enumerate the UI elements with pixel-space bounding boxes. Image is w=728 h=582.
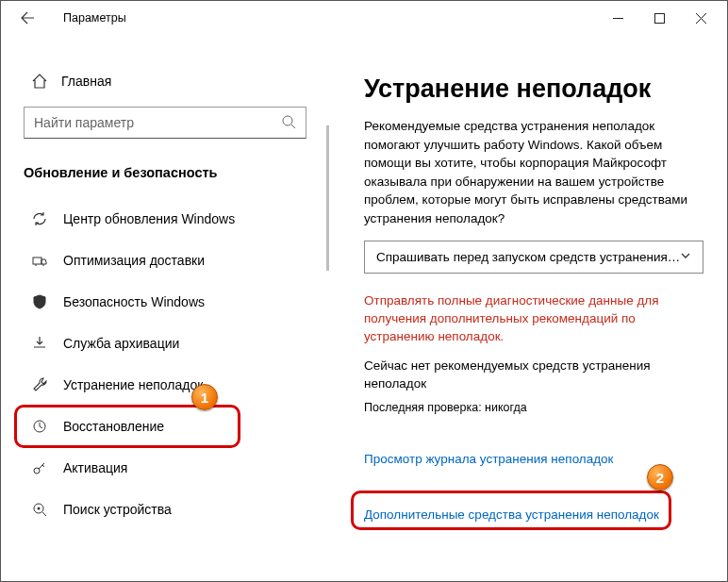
maximize-button[interactable]: [638, 3, 680, 33]
back-button[interactable]: [12, 3, 42, 33]
delivery-icon: [31, 252, 48, 269]
svg-point-6: [38, 507, 41, 510]
maximize-icon: [654, 13, 665, 24]
sync-icon: [31, 210, 48, 227]
sidebar-item-label: Восстановление: [63, 419, 164, 434]
backup-icon: [31, 335, 48, 352]
sidebar-item-label: Поиск устройства: [63, 502, 172, 517]
sidebar-home[interactable]: Главная: [1, 67, 329, 107]
sidebar-item-activation[interactable]: Активация: [1, 448, 329, 488]
sidebar-item-label: Служба архивации: [63, 336, 179, 351]
sidebar-home-label: Главная: [61, 74, 111, 89]
sidebar-item-label: Активация: [63, 460, 127, 475]
search-icon: [281, 114, 296, 132]
history-link[interactable]: Просмотр журнала устранения неполадок: [364, 452, 703, 466]
dropdown-value: Спрашивать перед запуском средств устран…: [376, 250, 680, 264]
additional-troubleshooters-link[interactable]: Дополнительные средства устранения непол…: [364, 507, 703, 522]
last-check-text: Последняя проверка: никогда: [364, 401, 703, 414]
close-button[interactable]: [680, 3, 721, 33]
svg-point-1: [283, 116, 292, 125]
page-description: Рекомендуемые средства устранения непола…: [364, 117, 703, 227]
svg-rect-2: [33, 258, 41, 264]
sidebar-item-windows-security[interactable]: Безопасность Windows: [1, 282, 329, 322]
sidebar-item-backup[interactable]: Служба архивации: [1, 324, 329, 363]
sidebar-item-label: Устранение неполадок: [63, 377, 203, 392]
search-placeholder: Найти параметр: [34, 115, 281, 130]
sidebar-item-windows-update[interactable]: Центр обновления Windows: [1, 199, 329, 239]
arrow-left-icon: [20, 10, 35, 25]
chevron-down-icon: [680, 250, 691, 264]
sidebar: Главная Найти параметр Обновление и безо…: [1, 35, 329, 581]
sidebar-item-recovery[interactable]: Восстановление: [1, 407, 329, 446]
titlebar: Параметры: [1, 1, 727, 35]
home-icon: [31, 73, 48, 90]
recommendation-dropdown[interactable]: Спрашивать перед запуском средств устран…: [364, 241, 703, 274]
no-recommended-text: Сейчас нет рекомендуемых средств устране…: [364, 358, 703, 393]
shield-icon: [31, 293, 48, 310]
sidebar-section-heading: Обновление и безопасность: [1, 165, 329, 197]
svg-rect-0: [654, 13, 664, 23]
window-title: Параметры: [63, 11, 126, 25]
sidebar-item-label: Оптимизация доставки: [63, 253, 205, 268]
minimize-button[interactable]: [597, 3, 638, 33]
page-heading: Устранение неполадок: [364, 75, 703, 104]
sidebar-item-troubleshoot[interactable]: Устранение неполадок: [1, 365, 329, 405]
sidebar-item-label: Безопасность Windows: [63, 294, 205, 309]
diagnostic-data-link[interactable]: Отправлять полные диагностические данные…: [364, 292, 703, 346]
wrench-icon: [31, 376, 48, 393]
annotation-badge-2: 2: [647, 464, 673, 491]
sidebar-item-find-device[interactable]: Поиск устройства: [1, 490, 329, 529]
minimize-icon: [613, 13, 623, 24]
sidebar-item-label: Центр обновления Windows: [63, 211, 235, 226]
recovery-icon: [31, 418, 48, 435]
close-icon: [696, 13, 706, 24]
location-icon: [31, 501, 48, 518]
sidebar-item-delivery-optimization[interactable]: Оптимизация доставки: [1, 241, 329, 280]
content-pane: Устранение неполадок Рекомендуемые средс…: [329, 35, 728, 581]
key-icon: [31, 459, 48, 476]
search-input[interactable]: Найти параметр: [24, 107, 306, 139]
